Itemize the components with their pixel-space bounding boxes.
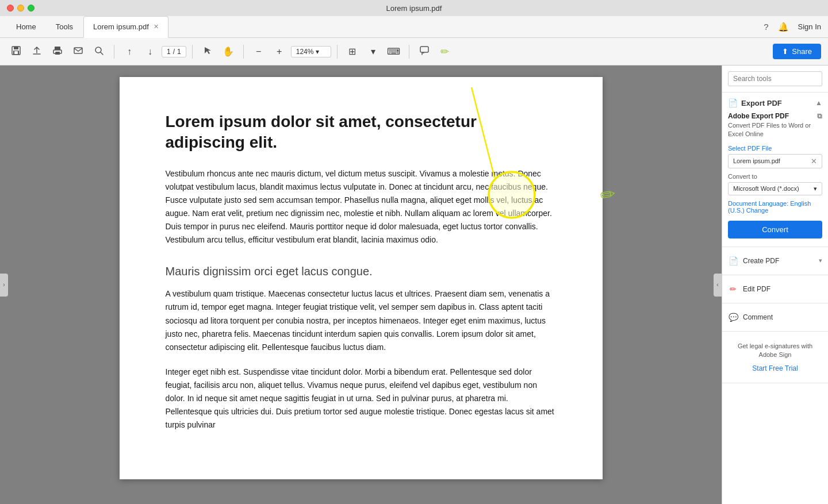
export-pdf-collapse-arrow[interactable]: ▲ bbox=[815, 99, 822, 107]
zoom-in-button[interactable]: + bbox=[270, 43, 289, 61]
marque-dropdown-button[interactable]: ▾ bbox=[364, 43, 382, 61]
convert-to-dropdown[interactable]: Microsoft Word (*.docx) ▾ bbox=[728, 182, 822, 195]
keyboard-icon: ⌨ bbox=[387, 46, 400, 57]
collapse-left-button[interactable]: › bbox=[0, 274, 8, 297]
toolbar-separator-1 bbox=[114, 45, 114, 59]
export-pdf-header: 📄 Export PDF ▲ bbox=[728, 98, 822, 107]
hand-icon: ✋ bbox=[223, 46, 234, 57]
maximize-button[interactable] bbox=[28, 5, 34, 11]
svg-point-7 bbox=[55, 51, 56, 52]
search-button[interactable] bbox=[90, 43, 108, 61]
convert-to-label: Convert to bbox=[728, 173, 822, 180]
edit-pdf-section: ✏ Edit PDF bbox=[722, 275, 828, 303]
menu-bar-right: ? 🔔 Sign In bbox=[764, 22, 821, 32]
adobe-export-desc: Convert PDF Files to Word or Excel Onlin… bbox=[728, 121, 822, 139]
zoom-out-icon: − bbox=[256, 47, 261, 57]
page-total: 1 bbox=[177, 48, 181, 56]
traffic-lights bbox=[7, 5, 34, 11]
comment-section: 💬 Comment bbox=[722, 303, 828, 332]
zoom-out-button[interactable]: − bbox=[250, 43, 268, 61]
document-language: Document Language: English (U.S.) Change bbox=[728, 200, 822, 214]
prev-page-button[interactable]: ↑ bbox=[120, 43, 139, 61]
pdf-heading-1: Lorem ipsum dolor sit amet, consectetur … bbox=[166, 111, 557, 153]
next-page-button[interactable]: ↓ bbox=[141, 43, 159, 61]
prev-page-icon: ↑ bbox=[127, 47, 132, 57]
next-page-icon: ↓ bbox=[148, 47, 152, 57]
select-pdf-label: Select PDF File bbox=[728, 145, 822, 152]
tab-home[interactable]: Home bbox=[7, 16, 45, 38]
comment-tool-icon: 💬 bbox=[728, 313, 738, 322]
svg-rect-4 bbox=[55, 47, 60, 50]
sign-in-button[interactable]: Sign In bbox=[798, 22, 821, 31]
select-icon bbox=[203, 46, 212, 57]
start-free-trial-link[interactable]: Start Free Trial bbox=[728, 364, 822, 377]
edit-pdf-item[interactable]: ✏ Edit PDF bbox=[728, 281, 822, 297]
zoom-dropdown-icon: ▾ bbox=[316, 48, 319, 56]
menu-tabs: Home Tools Lorem ipsum.pdf ✕ bbox=[7, 16, 764, 38]
title-bar: Lorem ipsum.pdf bbox=[0, 0, 828, 16]
svg-rect-10 bbox=[420, 47, 428, 52]
email-icon bbox=[73, 45, 83, 58]
close-button[interactable] bbox=[7, 5, 14, 11]
create-pdf-arrow: ▾ bbox=[819, 257, 822, 264]
help-icon[interactable]: ? bbox=[764, 22, 768, 32]
adobe-sign-text: Get legal e-signatures with Adobe Sign bbox=[728, 337, 822, 364]
comment-item[interactable]: 💬 Comment bbox=[728, 309, 822, 325]
svg-rect-1 bbox=[14, 47, 18, 49]
minimize-button[interactable] bbox=[17, 5, 24, 11]
svg-rect-8 bbox=[74, 48, 82, 53]
search-tools-input[interactable] bbox=[728, 71, 822, 86]
zoom-level[interactable]: 124% ▾ bbox=[291, 46, 331, 57]
comment-icon bbox=[419, 45, 430, 58]
print-button[interactable] bbox=[48, 43, 67, 61]
pencil-icon: ✏ bbox=[440, 45, 449, 58]
export-pdf-section: 📄 Export PDF ▲ Adobe Export PDF ⧉ Conver… bbox=[722, 93, 828, 247]
marquee-icon: ⊞ bbox=[348, 46, 356, 57]
keyboard-button[interactable]: ⌨ bbox=[385, 43, 403, 61]
search-icon bbox=[94, 45, 104, 58]
tab-lorem-ipsum[interactable]: Lorem ipsum.pdf ✕ bbox=[83, 16, 168, 38]
zoom-in-icon: + bbox=[277, 47, 282, 57]
email-button[interactable] bbox=[69, 43, 87, 61]
page-indicator: 1 / 1 bbox=[162, 46, 186, 57]
adobe-export-copy-icon[interactable]: ⧉ bbox=[817, 112, 822, 120]
page-current: 1 bbox=[167, 48, 171, 56]
toolbar-separator-2 bbox=[192, 45, 193, 59]
pdf-viewer[interactable]: › ‹ Lorem ipsum dolor sit amet, consecte… bbox=[0, 66, 722, 504]
comment-button[interactable] bbox=[415, 43, 434, 61]
notifications-icon[interactable]: 🔔 bbox=[778, 22, 789, 32]
save-button[interactable] bbox=[7, 43, 25, 61]
tab-tools[interactable]: Tools bbox=[47, 16, 82, 38]
pencil-button[interactable]: ✏ bbox=[436, 43, 454, 61]
change-language-link[interactable]: Change bbox=[746, 207, 769, 214]
export-pdf-title[interactable]: 📄 Export PDF bbox=[728, 98, 782, 107]
main-layout: › ‹ Lorem ipsum dolor sit amet, consecte… bbox=[0, 66, 828, 504]
pdf-file-close-icon[interactable]: ✕ bbox=[811, 157, 817, 166]
pdf-paragraph-1: Vestibulum rhoncus ante nec mauris dictu… bbox=[166, 167, 557, 247]
save-icon bbox=[11, 45, 21, 58]
create-pdf-icon: 📄 bbox=[728, 256, 738, 266]
collapse-right-button[interactable]: ‹ bbox=[714, 274, 722, 297]
svg-rect-6 bbox=[55, 52, 60, 55]
edit-pdf-icon: ✏ bbox=[728, 284, 738, 294]
marquee-button[interactable]: ⊞ bbox=[343, 43, 362, 61]
tab-close-icon[interactable]: ✕ bbox=[154, 23, 159, 30]
pdf-page: Lorem ipsum dolor sit amet, consectetur … bbox=[120, 77, 603, 479]
hand-tool-button[interactable]: ✋ bbox=[219, 43, 237, 61]
svg-rect-3 bbox=[14, 51, 18, 54]
adobe-sign-section: Get legal e-signatures with Adobe Sign S… bbox=[722, 332, 828, 383]
convert-button[interactable]: Convert bbox=[728, 221, 822, 238]
print-icon bbox=[52, 45, 63, 58]
export-pdf-icon: 📄 bbox=[728, 98, 738, 107]
toolbar: ↑ ↓ 1 / 1 ✋ − + 124% ▾ ⊞ ▾ ⌨ bbox=[0, 38, 828, 66]
upload-button[interactable] bbox=[28, 43, 46, 61]
upload-icon bbox=[32, 45, 42, 58]
toolbar-right: ⬆ Share bbox=[773, 44, 821, 59]
tools-search bbox=[722, 66, 828, 93]
pdf-file-input[interactable]: Lorem ipsum.pdf ✕ bbox=[728, 154, 822, 168]
select-tool-button[interactable] bbox=[198, 43, 217, 61]
pdf-paragraph-3: Integer eget nibh est. Suspendisse vitae… bbox=[166, 366, 557, 432]
marque-dropdown-icon: ▾ bbox=[371, 46, 375, 57]
share-button[interactable]: ⬆ Share bbox=[773, 44, 821, 59]
create-pdf-item[interactable]: 📄 Create PDF ▾ bbox=[728, 253, 822, 269]
